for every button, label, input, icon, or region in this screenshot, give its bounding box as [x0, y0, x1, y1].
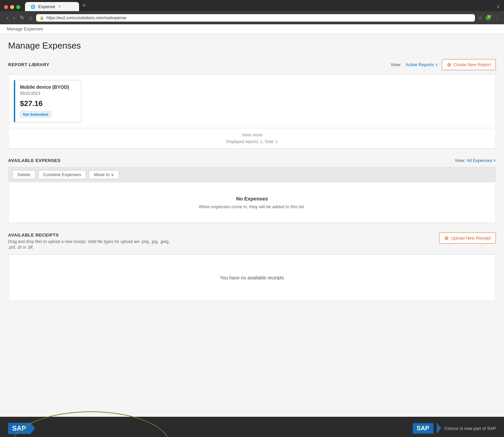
- sap-logo-text: SAP: [12, 425, 26, 432]
- chevron-down-icon: ∨: [111, 172, 114, 177]
- sap-logo-left: SAP: [8, 422, 35, 434]
- view-label: View:: [391, 62, 402, 67]
- forward-button[interactable]: ›: [12, 14, 16, 22]
- expenses-view-select[interactable]: View: All Expenses ∨: [455, 158, 496, 163]
- available-receipts-section: AVAILABLE RECEIPTS Drag and drop files t…: [8, 233, 496, 301]
- report-card-title: Mobile device (BYOD): [20, 84, 76, 90]
- receipts-content: You have no available receipts: [8, 254, 496, 301]
- report-card-date: 05/31/2023: [20, 91, 76, 96]
- no-expenses-subtitle: When expenses come in, they will be adde…: [199, 204, 305, 209]
- chevron-down-icon: ∨: [435, 62, 438, 67]
- no-receipts-text: You have no available receipts: [220, 275, 284, 280]
- available-expenses-section: AVAILABLE EXPENSES View: All Expenses ∨ …: [8, 158, 496, 223]
- create-new-report-button[interactable]: ⊕ Create New Report: [442, 59, 496, 70]
- refresh-button[interactable]: ↻: [19, 14, 26, 22]
- browser-chrome: 🌐 Expense ✕ + ∨ ‹ › ↻ ⌂ 🔒 https://eu2.co…: [0, 0, 504, 24]
- chevron-down-icon: ∨: [493, 158, 496, 163]
- bookmark-icon[interactable]: ☆: [478, 15, 482, 21]
- available-expenses-title: AVAILABLE EXPENSES: [8, 158, 60, 163]
- footer-right: SAP Concur is now part of SAP: [413, 423, 496, 434]
- back-button[interactable]: ‹: [5, 14, 10, 22]
- report-card-amount: $27.16: [20, 99, 76, 108]
- sap-chevron-right-icon: [437, 423, 441, 434]
- receipts-title-block: AVAILABLE RECEIPTS Drag and drop files t…: [8, 233, 177, 250]
- expenses-content: No Expenses When expenses come in, they …: [8, 182, 496, 223]
- available-receipts-title: AVAILABLE RECEIPTS: [8, 233, 177, 238]
- move-to-button[interactable]: Move to ∨: [89, 170, 119, 179]
- all-expenses-link[interactable]: All Expenses ∨: [467, 158, 496, 163]
- view-more-link[interactable]: View more: [12, 132, 492, 137]
- menu-icon[interactable]: ⋮: [495, 15, 500, 21]
- expenses-view-label: View:: [455, 158, 465, 163]
- url-text: https://eu2.concursolutions.com/nui/expe…: [46, 16, 126, 20]
- footer-tagline: Concur is now part of SAP: [445, 426, 496, 431]
- report-card[interactable]: Mobile device (BYOD) 05/31/2023 $27.16 N…: [14, 80, 81, 122]
- tab-favicon: 🌐: [30, 4, 35, 9]
- upload-new-receipt-button[interactable]: ⊕ Upload New Receipt: [439, 233, 496, 244]
- sap-chevron-icon: [30, 422, 35, 434]
- close-dot[interactable]: [4, 5, 8, 9]
- displayed-count: Displayed reports: 1, Total: 1: [226, 139, 278, 144]
- main-content: Manage Expenses REPORT LIBRARY View: Act…: [0, 34, 504, 403]
- plus-icon: ⊕: [444, 235, 449, 241]
- report-cards-area: Mobile device (BYOD) 05/31/2023 $27.16 N…: [8, 74, 496, 128]
- page-title: Manage Expenses: [8, 40, 496, 51]
- address-bar[interactable]: 🔒 https://eu2.concursolutions.com/nui/ex…: [36, 14, 475, 22]
- active-tab[interactable]: 🌐 Expense ✕: [25, 2, 79, 11]
- tab-title: Expense: [38, 4, 55, 9]
- new-tab-button[interactable]: +: [80, 0, 89, 11]
- lock-icon: 🔒: [40, 16, 44, 20]
- status-badge: Not Submitted: [20, 111, 51, 117]
- combine-expenses-button[interactable]: Combine Expenses: [38, 170, 86, 179]
- sap-logo-right-text: SAP: [417, 425, 429, 432]
- receipts-subtitle: Drag and drop files to upload a new rece…: [8, 239, 177, 250]
- breadcrumb: Manage Expenses: [0, 24, 504, 34]
- report-library-title: REPORT LIBRARY: [8, 62, 49, 67]
- maximize-dot[interactable]: [16, 5, 20, 9]
- tab-close-icon[interactable]: ✕: [58, 4, 61, 9]
- view-more-bar: View more Displayed reports: 1, Total: 1: [8, 128, 496, 148]
- home-button[interactable]: ⌂: [28, 14, 34, 22]
- extensions-icon[interactable]: 🧩: [485, 15, 492, 21]
- delete-button[interactable]: Delete: [12, 170, 35, 179]
- minimize-dot[interactable]: [10, 5, 14, 9]
- footer: SAP SAP Concur is now part of SAP: [0, 417, 504, 437]
- report-library-section: REPORT LIBRARY View: Active Reports ∨ ⊕ …: [8, 59, 496, 148]
- expenses-toolbar: Delete Combine Expenses Move to ∨: [8, 167, 496, 182]
- plus-icon: ⊕: [447, 61, 451, 68]
- active-reports-link[interactable]: Active Reports ∨: [405, 62, 438, 67]
- report-library-actions: View: Active Reports ∨ ⊕ Create New Repo…: [391, 59, 496, 70]
- no-expenses-title: No Expenses: [236, 196, 268, 201]
